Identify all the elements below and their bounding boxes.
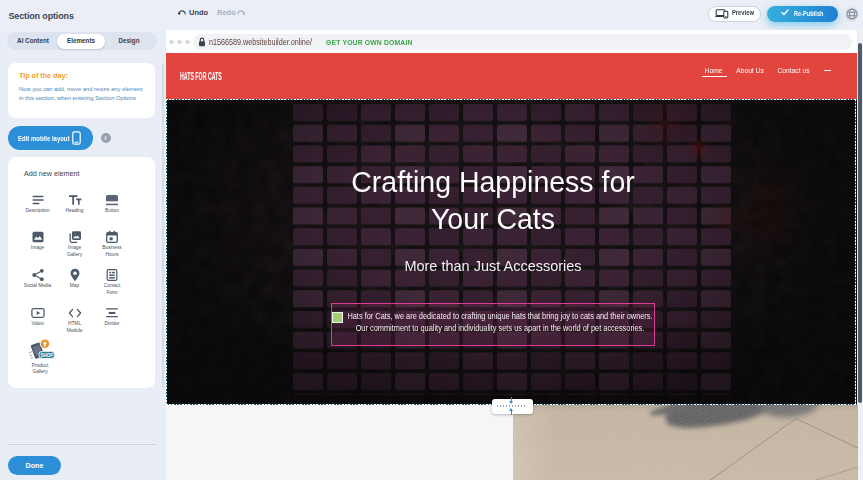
svg-text:SHOP: SHOP [40, 353, 53, 358]
